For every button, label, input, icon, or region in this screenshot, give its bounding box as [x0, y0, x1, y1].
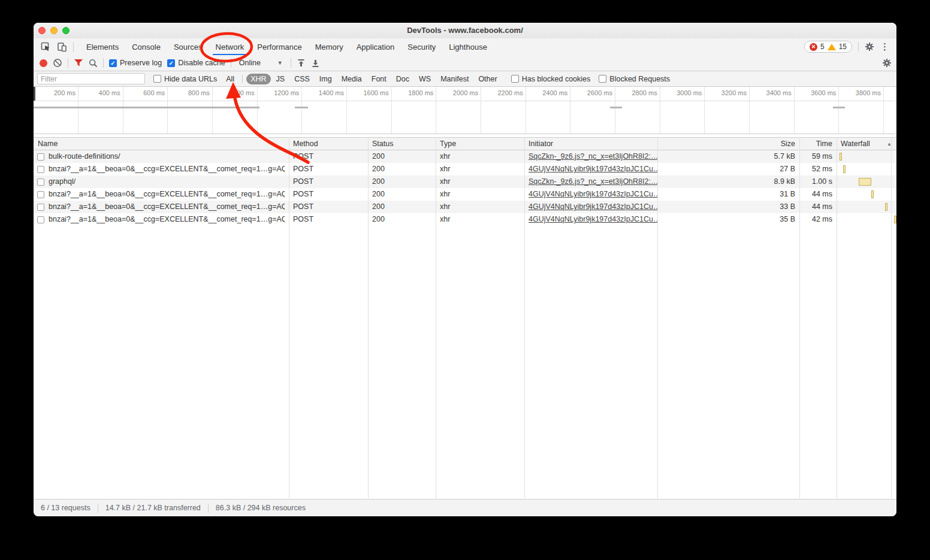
time-cell: 42 ms: [799, 213, 837, 226]
export-har-icon[interactable]: [311, 59, 320, 68]
hide-data-urls-label: Hide data URLs: [164, 75, 217, 83]
request-row[interactable]: bulk-route-definitions/POST200xhrSqcZkn-…: [34, 150, 896, 163]
import-har-icon[interactable]: [297, 59, 306, 68]
initiator-link[interactable]: 4GUjV4NqNLyibr9jk197d43zIpJC1Cu…: [529, 215, 657, 223]
timeline-gridline: [78, 87, 78, 134]
row-checkbox[interactable]: [37, 178, 44, 186]
tab-console[interactable]: Console: [125, 38, 167, 55]
tab-sources[interactable]: Sources: [167, 38, 209, 55]
status-cell: 200: [368, 150, 436, 163]
settings-gear-icon[interactable]: [865, 42, 874, 52]
column-header-type[interactable]: Type: [436, 138, 524, 150]
column-header-waterfall[interactable]: Waterfall▲: [837, 138, 896, 150]
type-cell: xhr: [436, 175, 524, 188]
filter-type-img[interactable]: Img: [315, 74, 336, 84]
filter-type-media[interactable]: Media: [337, 74, 366, 84]
error-count: 5: [820, 43, 825, 51]
has-blocked-cookies-label: Has blocked cookies: [522, 75, 591, 83]
inspect-element-icon[interactable]: [41, 42, 51, 52]
request-row[interactable]: bnzai?__a=1&__beoa=0&__ccg=EXCELLENT&__c…: [34, 163, 896, 175]
transferred-summary: 14.7 kB / 21.7 kB transferred: [98, 504, 209, 513]
preserve-log-checkbox[interactable]: ✓ Preserve log: [109, 59, 162, 67]
waterfall-bar: [871, 190, 874, 198]
blocked-requests-checkbox[interactable]: Blocked Requests: [599, 75, 670, 83]
filter-funnel-icon[interactable]: [74, 59, 83, 67]
filter-type-js[interactable]: JS: [272, 74, 289, 84]
timeline-tick-label: 3800 ms: [856, 89, 881, 96]
warning-icon: [828, 44, 836, 50]
column-header-time[interactable]: Time: [799, 138, 837, 150]
request-row[interactable]: bnzai?__a=1&__beoa=0&__ccg=EXCELLENT&__c…: [34, 188, 896, 201]
filter-type-manifest[interactable]: Manifest: [436, 74, 473, 84]
overview-left-grip[interactable]: [34, 87, 35, 101]
disable-cache-checkbox[interactable]: ✓ Disable cache: [167, 59, 225, 67]
filter-type-all[interactable]: All: [222, 74, 238, 84]
hide-data-urls-checkbox[interactable]: Hide data URLs: [153, 75, 217, 83]
time-cell: 44 ms: [799, 201, 837, 213]
filter-type-ws[interactable]: WS: [415, 74, 435, 84]
network-settings-gear-icon[interactable]: [882, 58, 892, 68]
initiator-link[interactable]: SqcZkn-_9z6.js?_nc_x=et3IjOhR8I2:…: [529, 152, 657, 161]
method-cell: POST: [289, 163, 368, 175]
row-checkbox[interactable]: [37, 216, 44, 223]
timeline-tick-label: 1200 ms: [274, 89, 299, 96]
tab-elements[interactable]: Elements: [80, 38, 125, 55]
tab-network[interactable]: Network: [209, 38, 251, 55]
more-options-kebab-icon[interactable]: ⋮: [880, 41, 889, 52]
request-row[interactable]: graphql/POST200xhrSqcZkn-_9z6.js?_nc_x=e…: [34, 175, 896, 188]
column-header-method[interactable]: Method: [289, 138, 368, 150]
tab-memory[interactable]: Memory: [309, 38, 350, 55]
request-row[interactable]: bnzai?__a=1&__beoa=0&__ccg=EXCELLENT&__c…: [34, 213, 896, 226]
time-cell: 52 ms: [799, 163, 837, 175]
column-divider: [289, 137, 289, 498]
column-header-initiator[interactable]: Initiator: [524, 138, 657, 150]
initiator-link[interactable]: 4GUjV4NqNLyibr9jk197d43zIpJC1Cu…: [529, 165, 657, 173]
toolbar-separator-1: [68, 58, 68, 68]
tab-application[interactable]: Application: [350, 38, 401, 55]
resources-summary: 86.3 kB / 294 kB resources: [209, 504, 313, 513]
initiator-cell: 4GUjV4NqNLyibr9jk197d43zIpJC1Cu…: [524, 188, 657, 201]
size-cell: 8.9 kB: [657, 175, 799, 188]
timeline-gridline: [481, 87, 481, 134]
tab-security[interactable]: Security: [401, 38, 442, 55]
has-blocked-cookies-checkbox[interactable]: Has blocked cookies: [511, 75, 591, 83]
timeline-tick-label: 3400 ms: [766, 89, 792, 96]
throttling-dropdown[interactable]: Online ▼: [237, 59, 285, 67]
tab-performance[interactable]: Performance: [250, 38, 308, 55]
timeline-tick-label: 2800 ms: [632, 89, 657, 96]
timeline-gridline: [346, 87, 347, 134]
column-divider: [837, 137, 837, 498]
filter-input[interactable]: [37, 73, 145, 84]
toolbar-separator-4: [291, 58, 291, 68]
request-row[interactable]: bnzai?__a=1&__beoa=0&__ccg=EXCELLENT&__c…: [34, 201, 896, 213]
issues-badge[interactable]: ✕ 5 15: [804, 41, 852, 53]
column-header-name[interactable]: Name: [34, 138, 289, 150]
record-network-log-button[interactable]: [40, 59, 47, 67]
status-cell: 200: [368, 175, 436, 188]
filter-type-font[interactable]: Font: [367, 74, 391, 84]
filter-type-other[interactable]: Other: [474, 74, 501, 84]
row-checkbox[interactable]: [37, 204, 44, 211]
table-header: NameMethodStatusTypeInitiatorSizeTimeWat…: [34, 137, 896, 150]
filter-type-doc[interactable]: Doc: [392, 74, 413, 84]
tab-lighthouse[interactable]: Lighthouse: [442, 38, 494, 55]
row-checkbox[interactable]: [37, 191, 44, 198]
row-checkbox[interactable]: [37, 166, 44, 173]
network-overview-timeline[interactable]: 200 ms400 ms600 ms800 ms1000 ms1200 ms14…: [34, 87, 896, 134]
filter-type-xhr[interactable]: XHR: [246, 74, 270, 84]
column-header-status[interactable]: Status: [368, 138, 436, 150]
row-checkbox[interactable]: [37, 153, 44, 161]
error-icon: ✕: [810, 43, 817, 51]
filter-type-css[interactable]: CSS: [290, 74, 314, 84]
type-cell: xhr: [436, 201, 524, 213]
initiator-link[interactable]: 4GUjV4NqNLyibr9jk197d43zIpJC1Cu…: [529, 202, 657, 211]
column-header-size[interactable]: Size: [657, 138, 799, 150]
device-toolbar-icon[interactable]: [57, 42, 67, 52]
clear-network-log-icon[interactable]: [53, 58, 62, 68]
initiator-link[interactable]: 4GUjV4NqNLyibr9jk197d43zIpJC1Cu…: [529, 190, 657, 198]
checkbox-unchecked-icon: [599, 75, 606, 83]
initiator-cell: 4GUjV4NqNLyibr9jk197d43zIpJC1Cu…: [524, 201, 657, 213]
initiator-link[interactable]: SqcZkn-_9z6.js?_nc_x=et3IjOhR8I2:…: [529, 177, 657, 186]
search-icon[interactable]: [89, 59, 98, 68]
timeline-tick-label: 2200 ms: [497, 89, 523, 96]
